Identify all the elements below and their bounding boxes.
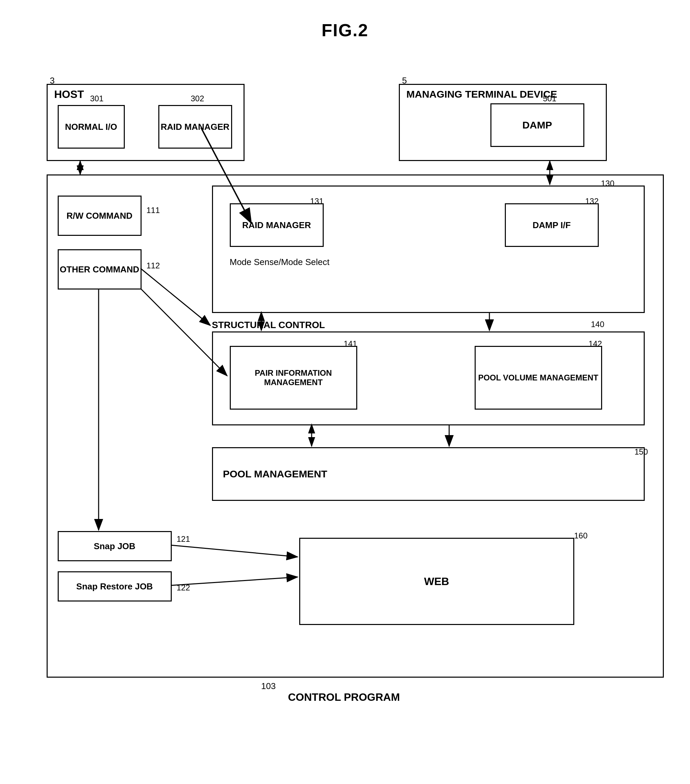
rw-command-box: R/W COMMAND: [58, 196, 142, 236]
ref-pair-info: 141: [344, 339, 357, 349]
ref-pool-vol: 142: [589, 339, 602, 349]
ref-rw: 111: [147, 206, 160, 215]
raid-manager-ctrl-box: RAID MANAGER: [230, 203, 324, 247]
ref-control-program: 103: [261, 681, 276, 692]
control-program-label: CONTROL PROGRAM: [288, 691, 400, 703]
structural-control-label: STRUCTURAL CONTROL: [212, 320, 325, 331]
raid-damp-section: RAID MANAGER 131 DAMP I/F 132 Mode Sense…: [212, 186, 645, 313]
ref-raid-ctrl: 131: [310, 197, 324, 206]
ref-web: 160: [574, 531, 588, 540]
mode-sense-label: Mode Sense/Mode Select: [230, 257, 330, 267]
diagram: HOST NORMAL I/O RAID MANAGER 3 301 302 M…: [26, 54, 664, 758]
ref-130: 130: [601, 179, 614, 188]
ref-snap-job: 121: [177, 534, 190, 544]
ref-host: 3: [50, 76, 55, 86]
pool-mgmt-box: POOL MANAGEMENT: [212, 447, 645, 501]
damp-box: DAMP: [491, 103, 585, 147]
ref-managing: 5: [402, 76, 407, 86]
other-command-box: OTHER COMMAND: [58, 249, 142, 290]
page-title: FIG.2: [0, 20, 690, 40]
pair-pool-section: PAIR INFORMATION MANAGEMENT 141 POOL VOL…: [212, 331, 645, 425]
damp-if-box: DAMP I/F: [505, 203, 599, 247]
pair-info-box: PAIR INFORMATION MANAGEMENT: [230, 346, 357, 410]
ref-pool-mgmt: 150: [635, 447, 648, 456]
host-box: HOST NORMAL I/O RAID MANAGER: [47, 84, 245, 161]
raid-manager-host-box: RAID MANAGER: [158, 105, 232, 148]
host-label: HOST: [54, 88, 84, 100]
web-box: WEB: [299, 538, 574, 625]
managing-terminal-box: MANAGING TERMINAL DEVICE DAMP: [399, 84, 607, 161]
control-program-outer: R/W COMMAND 111 OTHER COMMAND 112 RAID M…: [47, 175, 664, 678]
ref-normal-io: 301: [90, 94, 104, 103]
ref-damp-if: 132: [585, 197, 599, 206]
managing-terminal-label: MANAGING TERMINAL DEVICE: [407, 88, 557, 100]
pool-vol-box: POOL VOLUME MANAGEMENT: [475, 346, 602, 410]
normal-io-box: NORMAL I/O: [58, 105, 125, 148]
ref-other: 112: [147, 261, 160, 270]
ref-raid-manager-host: 302: [191, 94, 204, 103]
snap-job-box: Snap JOB: [58, 531, 172, 561]
ref-structural: 140: [591, 320, 604, 329]
ref-snap-restore: 122: [177, 583, 190, 593]
snap-restore-box: Snap Restore JOB: [58, 571, 172, 601]
ref-damp: 501: [543, 94, 557, 103]
